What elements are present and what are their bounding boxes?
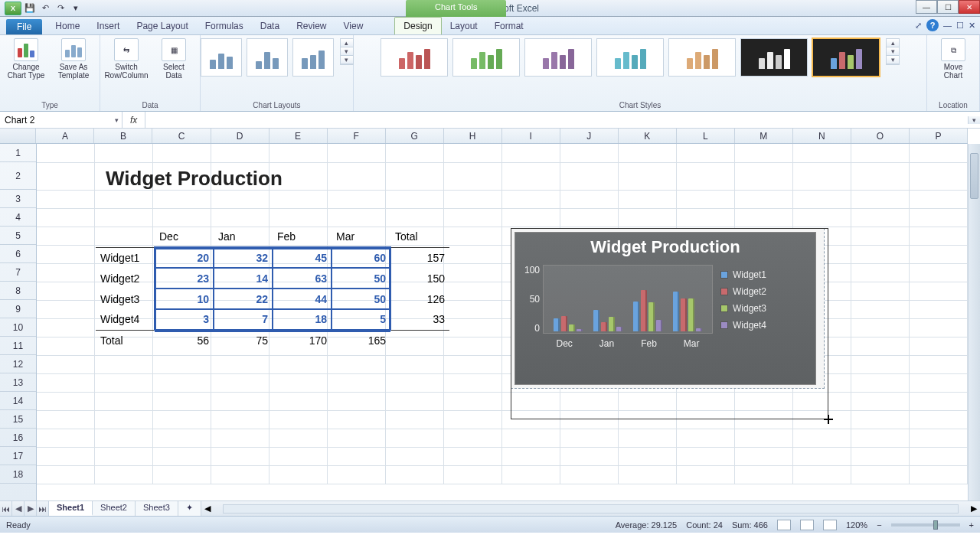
- chart-layout-option[interactable]: [247, 38, 288, 77]
- row-header[interactable]: 3: [0, 190, 36, 208]
- save-icon[interactable]: 💾: [23, 2, 37, 15]
- row-header[interactable]: 15: [0, 410, 36, 429]
- change-chart-type-button[interactable]: Change Chart Type: [5, 38, 47, 80]
- tab-review[interactable]: Review: [288, 18, 335, 34]
- row-header[interactable]: 9: [0, 300, 36, 318]
- tab-chart-layout[interactable]: Layout: [442, 18, 486, 34]
- row-header[interactable]: 7: [0, 263, 36, 282]
- tab-formulas[interactable]: Formulas: [197, 18, 252, 34]
- row-header[interactable]: 10: [0, 318, 36, 337]
- column-header[interactable]: I: [502, 129, 560, 143]
- name-box-dropdown-icon[interactable]: ▾: [115, 116, 119, 124]
- help-icon[interactable]: ?: [926, 19, 939, 31]
- row-header[interactable]: 13: [0, 373, 36, 392]
- chart-style-option[interactable]: [452, 38, 520, 77]
- formula-bar-expand-icon[interactable]: ▾: [968, 116, 980, 124]
- sheet-tab-2[interactable]: Sheet2: [93, 501, 136, 516]
- row-header[interactable]: 16: [0, 429, 36, 447]
- chart-style-option[interactable]: [668, 38, 736, 77]
- column-header[interactable]: L: [677, 129, 735, 143]
- sheet-tab-3[interactable]: Sheet3: [136, 501, 178, 516]
- chart-layout-option[interactable]: [201, 38, 242, 77]
- tab-home[interactable]: Home: [47, 18, 88, 34]
- chart-plot-area[interactable]: 100500 DecJanFebMar: [521, 265, 713, 349]
- redo-icon[interactable]: ↷: [54, 2, 67, 15]
- cells-area[interactable]: Widget Production DecJanFebMarTotalWidge…: [37, 144, 968, 500]
- sheet-tab-1[interactable]: Sheet1: [49, 501, 93, 516]
- tab-file[interactable]: File: [6, 19, 42, 34]
- chart-layouts-scroll[interactable]: ▴▾▾: [340, 38, 354, 65]
- view-normal-icon[interactable]: [777, 520, 791, 530]
- tab-format[interactable]: Format: [486, 18, 532, 34]
- move-chart-button[interactable]: ⧉ Move Chart: [932, 38, 975, 80]
- chart-style-option-selected[interactable]: [812, 38, 880, 77]
- column-header[interactable]: O: [851, 129, 910, 143]
- undo-icon[interactable]: ↶: [38, 2, 52, 15]
- select-all-button[interactable]: [0, 129, 36, 143]
- ribbon-minimize-icon[interactable]: ⤢: [915, 21, 922, 31]
- new-sheet-icon[interactable]: ✦: [178, 501, 201, 516]
- row-header[interactable]: 8: [0, 282, 36, 300]
- sheet-first-icon[interactable]: ⏮: [0, 501, 12, 516]
- zoom-out-icon[interactable]: −: [877, 520, 881, 530]
- workbook-close-icon[interactable]: ✕: [969, 21, 975, 31]
- name-box[interactable]: Chart 2 ▾: [0, 112, 122, 128]
- chart-style-option[interactable]: [740, 38, 808, 77]
- column-header[interactable]: P: [910, 129, 968, 143]
- column-header[interactable]: G: [386, 129, 444, 143]
- column-header[interactable]: E: [270, 129, 328, 143]
- hscroll-left-icon[interactable]: ◀: [204, 504, 211, 514]
- view-page-layout-icon[interactable]: [800, 520, 814, 530]
- tab-insert[interactable]: Insert: [88, 18, 128, 34]
- column-header[interactable]: D: [211, 129, 270, 143]
- zoom-in-icon[interactable]: +: [969, 520, 974, 530]
- row-header[interactable]: 6: [0, 245, 36, 263]
- chart-object[interactable]: Widget Production 100500 DecJanFebMar Wi…: [511, 228, 825, 389]
- chart-layout-option[interactable]: [292, 38, 334, 77]
- row-header[interactable]: 12: [0, 355, 36, 373]
- row-header[interactable]: 2: [0, 162, 36, 190]
- column-header[interactable]: J: [560, 129, 619, 143]
- tab-data[interactable]: Data: [252, 18, 288, 34]
- row-header[interactable]: 1: [0, 144, 36, 162]
- close-button[interactable]: ✕: [959, 0, 980, 14]
- zoom-slider[interactable]: [891, 523, 960, 527]
- chart-title[interactable]: Widget Production: [515, 233, 815, 265]
- workbook-restore-icon[interactable]: ☐: [956, 21, 964, 31]
- row-header[interactable]: 18: [0, 465, 36, 484]
- hscroll-right-icon[interactable]: ▶: [971, 504, 977, 514]
- sheet-next-icon[interactable]: ▶: [24, 501, 37, 516]
- tab-page-layout[interactable]: Page Layout: [128, 18, 196, 34]
- tab-view[interactable]: View: [335, 18, 372, 34]
- column-header[interactable]: K: [619, 129, 677, 143]
- chart-style-option[interactable]: [596, 38, 664, 77]
- maximize-button[interactable]: ☐: [937, 0, 959, 14]
- column-header[interactable]: M: [735, 129, 793, 143]
- chart-style-option[interactable]: [381, 38, 448, 77]
- sheet-last-icon[interactable]: ⏭: [37, 501, 49, 516]
- horizontal-scrollbar[interactable]: ◀ ▶: [201, 501, 980, 516]
- row-header[interactable]: 11: [0, 337, 36, 355]
- sheet-prev-icon[interactable]: ◀: [12, 501, 24, 516]
- switch-row-column-button[interactable]: ⇆ Switch Row/Column: [105, 38, 148, 80]
- column-header[interactable]: C: [152, 129, 211, 143]
- select-data-button[interactable]: ▦ Select Data: [152, 38, 195, 80]
- scrollbar-thumb[interactable]: [970, 153, 978, 199]
- chart-style-option[interactable]: [524, 38, 592, 77]
- minimize-button[interactable]: —: [916, 0, 937, 14]
- column-header[interactable]: N: [793, 129, 851, 143]
- column-header[interactable]: A: [36, 129, 94, 143]
- app-icon[interactable]: X: [5, 2, 21, 15]
- vertical-scrollbar[interactable]: [968, 144, 980, 500]
- column-header[interactable]: F: [328, 129, 386, 143]
- save-as-template-button[interactable]: Save As Template: [52, 38, 95, 80]
- row-header[interactable]: 5: [0, 227, 36, 245]
- column-header[interactable]: H: [444, 129, 502, 143]
- fx-icon[interactable]: fx: [122, 112, 145, 128]
- workbook-minimize-icon[interactable]: —: [943, 21, 952, 30]
- row-header[interactable]: 14: [0, 392, 36, 410]
- chart-legend[interactable]: Widget1Widget2Widget3Widget4: [720, 265, 766, 349]
- qat-dropdown-icon[interactable]: ▾: [69, 2, 83, 15]
- column-header[interactable]: B: [94, 129, 152, 143]
- tab-design[interactable]: Design: [394, 17, 441, 34]
